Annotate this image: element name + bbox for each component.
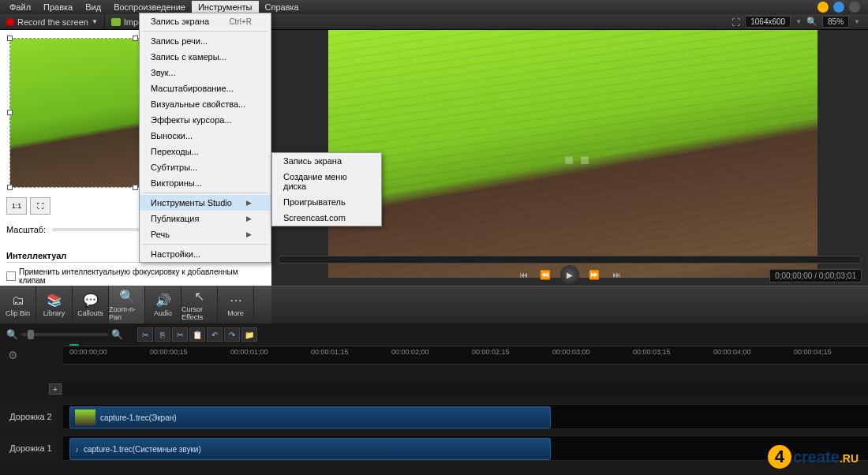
tab-cursor-effects[interactable]: ↖Cursor Effects [181, 286, 218, 324]
sub-player[interactable]: Проигрыватель [272, 194, 381, 210]
preview-toolbar-bg [271, 286, 868, 324]
tab-library[interactable]: 📚Library [36, 286, 73, 324]
sub-record-screen[interactable]: Запись экрана [272, 153, 381, 169]
menu-tools[interactable]: Инструменты [192, 1, 259, 13]
track-1-lane[interactable]: ♪ capture-1.trec(Системные звуки) [63, 436, 868, 461]
dd-subtitles[interactable]: Субтитры... [140, 159, 271, 175]
step-back-button[interactable]: ⏪ [538, 267, 552, 282]
dd-zoom[interactable]: Масштабирование... [140, 80, 271, 96]
record-screen-button[interactable]: Record the screen ▼ [0, 14, 105, 29]
tab-clip-bin[interactable]: 🗂Clip Bin [0, 286, 36, 324]
zoom-level[interactable]: 85% [822, 16, 849, 28]
copy-button[interactable]: ⎘ [155, 327, 170, 342]
smartfocus-checkbox[interactable] [6, 271, 16, 281]
zoom-icon: 🔍 [806, 17, 817, 27]
audio-icon: ♪ [75, 445, 79, 454]
cursor-icon: ↖ [191, 290, 208, 304]
video-clip[interactable]: capture-1.trec(Экран) [69, 406, 551, 428]
menu-edit[interactable]: Правка [37, 1, 79, 13]
ruler-tick: 00:00:01;15 [311, 348, 349, 356]
track-1-label[interactable]: Дорожка 1 [0, 436, 62, 461]
timeline-toolbar: 🔍 🔍 ✂ ⎘ ✂ 📋 ↶ ↷ 📁 [0, 324, 868, 346]
undo-button[interactable]: ↶ [207, 327, 223, 342]
cut-button[interactable]: ✂ [137, 327, 153, 342]
dd-record-screen[interactable]: Запись экранаCtrl+R [140, 13, 271, 29]
smartfocus-label: Применить интеллектуальную фокусировку к… [19, 267, 265, 285]
paste-button[interactable]: 📋 [189, 327, 205, 342]
menubar: Файл Правка Вид Воспроизведение Инструме… [0, 0, 868, 14]
menu-view[interactable]: Вид [79, 1, 107, 13]
redo-button[interactable]: ↷ [224, 327, 240, 342]
dd-quizzes[interactable]: Викторины... [140, 175, 271, 191]
menu-file[interactable]: Файл [3, 1, 37, 13]
dd-sound[interactable]: Звук... [140, 65, 271, 80]
ruler-tick: 00:00:00;15 [150, 348, 188, 356]
sub-screencast[interactable]: Screencast.com [272, 210, 381, 226]
tab-zoom-n-pan[interactable]: 🔍Zoom-n-Pan [109, 286, 145, 324]
menu-playback[interactable]: Воспроизведение [107, 1, 192, 13]
split-button[interactable]: ✂ [172, 327, 188, 342]
resize-handle[interactable] [7, 185, 13, 190]
tab-audio[interactable]: 🔊Audio [145, 286, 181, 324]
video-preview[interactable] [328, 30, 817, 278]
fit-screen-button[interactable]: ⛶ [30, 197, 51, 215]
fit-1-1-button[interactable]: 1:1 [6, 197, 27, 215]
audio-icon: 🔊 [155, 294, 172, 308]
sub-disc-menu[interactable]: Создание меню диска [272, 169, 381, 194]
add-track-button[interactable]: + [49, 383, 62, 395]
dd-transitions[interactable]: Переходы... [140, 144, 271, 159]
next-button[interactable]: ⏭ [609, 267, 623, 282]
ruler-tick: 00:00:02;00 [391, 348, 429, 356]
track-2-label[interactable]: Дорожка 2 [0, 404, 62, 429]
resize-handle[interactable] [7, 110, 13, 115]
menu-help[interactable]: Справка [259, 1, 305, 13]
studio-submenu: Запись экрана Создание меню диска Проигр… [271, 152, 382, 226]
watermark-tld: .RU [840, 452, 859, 465]
track-header-spacer [63, 382, 868, 396]
ruler-tick: 00:00:04;15 [794, 348, 832, 356]
ruler-tick: 00:00:01;00 [230, 348, 268, 356]
tab-callouts[interactable]: 💬Callouts [73, 286, 109, 324]
dd-visual-props[interactable]: Визуальные свойства... [140, 96, 271, 112]
library-icon: 📚 [46, 294, 63, 308]
dd-record-speech[interactable]: Запись речи... [140, 33, 271, 49]
ruler-tick: 00:00:02;15 [472, 348, 510, 356]
audio-clip[interactable]: ♪ capture-1.trec(Системные звуки) [69, 438, 551, 460]
resize-handle[interactable] [133, 36, 138, 41]
track-2-lane[interactable]: capture-1.trec(Экран) [63, 404, 868, 429]
dd-studio-tools[interactable]: Инструменты Studio▶ [140, 195, 271, 211]
tip-icon[interactable] [817, 2, 829, 13]
resize-handle[interactable] [133, 185, 138, 190]
help-icon[interactable] [833, 2, 844, 13]
misc-icon[interactable] [849, 2, 860, 13]
shrink-icon[interactable]: ⛶ [731, 17, 740, 27]
marker [581, 156, 589, 164]
ruler-tick: 00:00:03;15 [633, 348, 671, 356]
timeline-ruler[interactable]: 00:00:00;00 00:00:00;15 00:00:01;00 00:0… [63, 346, 868, 365]
resize-handle[interactable] [7, 36, 13, 41]
dd-cursor-fx[interactable]: Эффекты курсора... [140, 112, 271, 128]
tab-more[interactable]: ⋯More [218, 286, 254, 324]
dd-callouts[interactable]: Выноски... [140, 128, 271, 144]
slider-thumb[interactable] [28, 330, 34, 339]
play-button[interactable]: ▶ [560, 265, 579, 284]
dd-record-camera[interactable]: Запись с камеры... [140, 49, 271, 65]
zoom-out-icon[interactable]: 🔍 [6, 329, 18, 340]
scrub-bar[interactable] [278, 256, 862, 264]
zoom-in-icon[interactable]: 🔍 [111, 329, 123, 340]
ruler-tick: 00:00:03;00 [552, 348, 590, 356]
marker-button[interactable]: 📁 [241, 327, 257, 342]
timeline-settings-icon[interactable]: ⚙ [8, 349, 18, 361]
step-fwd-button[interactable]: ⏩ [587, 267, 601, 282]
callouts-icon: 💬 [82, 294, 99, 308]
record-label: Record the screen [17, 17, 88, 27]
more-icon: ⋯ [227, 294, 245, 308]
dd-settings[interactable]: Настройки... [140, 246, 271, 262]
timeline-zoom-slider[interactable] [21, 333, 108, 336]
ruler-tick: 00:00:04;00 [713, 348, 751, 356]
dd-publishing[interactable]: Публикация▶ [140, 211, 271, 226]
toolbar: Record the screen ▼ Import m ⛶ 1064x600 … [0, 14, 868, 30]
prev-button[interactable]: ⏮ [516, 267, 530, 282]
canvas-dimensions[interactable]: 1064x600 [745, 16, 791, 28]
dd-speech[interactable]: Речь▶ [140, 226, 271, 242]
